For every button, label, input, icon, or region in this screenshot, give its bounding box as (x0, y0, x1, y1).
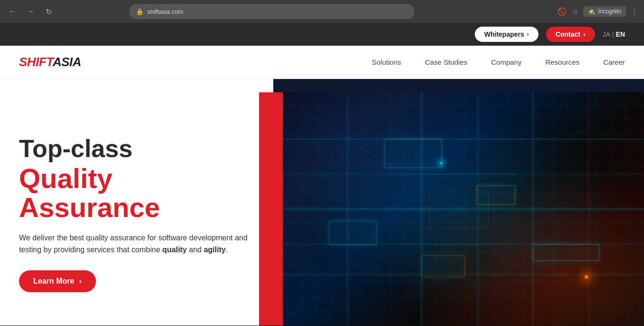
menu-icon[interactable]: ⋮ (631, 7, 638, 16)
address-bar[interactable]: 🔒 shiftasia.com (129, 4, 414, 19)
browser-right-icons: 🚫 ☆ 🕵 Incognito ⋮ (557, 6, 638, 17)
learn-more-chevron: › (79, 277, 81, 286)
glow-dot-orange (585, 275, 588, 279)
forward-button[interactable]: → (24, 5, 37, 18)
lang-ja[interactable]: JA (603, 30, 610, 38)
site-header: SHIFTASIA Solutions Case Studies Company… (0, 46, 644, 79)
bookmark-icon[interactable]: ☆ (572, 7, 578, 16)
glow-lines (273, 92, 644, 326)
top-strip-dark (273, 79, 644, 92)
svg-line-0 (273, 92, 459, 209)
hero-assurance: Assurance (19, 193, 254, 222)
back-button[interactable]: ← (6, 5, 19, 18)
whitepapers-label: Whitepapers (484, 30, 524, 38)
nav-solutions[interactable]: Solutions (372, 58, 401, 66)
whitepapers-chevron: › (527, 31, 529, 38)
contact-label: Contact (556, 30, 580, 38)
hero-red-accent (259, 92, 283, 326)
hero-image (273, 92, 644, 326)
refresh-button[interactable]: ↻ (42, 5, 55, 18)
hero-left: Top-class Quality Assurance We deliver t… (0, 92, 273, 326)
svg-line-3 (459, 209, 644, 326)
contact-button[interactable]: Contact › (546, 27, 595, 42)
nav-company[interactable]: Company (491, 58, 521, 66)
svg-line-5 (459, 92, 551, 209)
logo-asia: ASIA (53, 55, 81, 69)
lang-separator: | (612, 30, 614, 38)
top-strip-white (0, 79, 273, 92)
svg-line-1 (459, 92, 644, 209)
contact-chevron: › (583, 30, 586, 38)
hero-desc-end: . (226, 246, 228, 254)
svg-line-4 (366, 92, 459, 209)
hero-desc-quality: quality (162, 246, 187, 254)
learn-more-label: Learn More (33, 277, 74, 286)
glow-dot-cyan (440, 162, 442, 164)
nav-career[interactable]: Career (603, 58, 625, 66)
hero-heading-top: Top-class (19, 135, 254, 162)
incognito-icon: 🕵 (588, 8, 595, 15)
hero-section: Top-class Quality Assurance We deliver t… (0, 92, 644, 326)
top-strip (0, 79, 644, 92)
perspective-svg (273, 92, 644, 326)
lang-en[interactable]: EN (616, 30, 625, 38)
language-switcher: JA | EN (603, 30, 625, 38)
hero-heading-red: Quality Assurance (19, 164, 254, 222)
incognito-badge: 🕵 Incognito (583, 6, 626, 17)
site-logo[interactable]: SHIFTASIA (19, 55, 81, 69)
hero-right (273, 92, 644, 326)
eye-slash-icon: 🚫 (557, 7, 567, 16)
learn-more-button[interactable]: Learn More › (19, 270, 96, 292)
top-bar: Whitepapers › Contact › JA | EN (0, 23, 644, 46)
logo-shift: SHIFT (19, 55, 53, 69)
incognito-label: Incognito (598, 8, 621, 15)
hero-desc-middle: and (187, 246, 204, 254)
main-nav: Solutions Case Studies Company Resources… (372, 58, 625, 66)
whitepapers-button[interactable]: Whitepapers › (475, 27, 538, 42)
svg-line-2 (273, 209, 459, 326)
lock-icon: 🔒 (136, 8, 144, 15)
nav-resources[interactable]: Resources (545, 58, 579, 66)
url-text: shiftasia.com (147, 8, 183, 15)
hero-description: We deliver the best quality assurance fo… (19, 232, 254, 256)
browser-chrome: ← → ↻ 🔒 shiftasia.com 🚫 ☆ 🕵 Incognito ⋮ (0, 0, 644, 23)
hero-quality: Quality (19, 164, 254, 193)
nav-case-studies[interactable]: Case Studies (425, 58, 467, 66)
hero-desc-agility: agility (204, 246, 226, 254)
